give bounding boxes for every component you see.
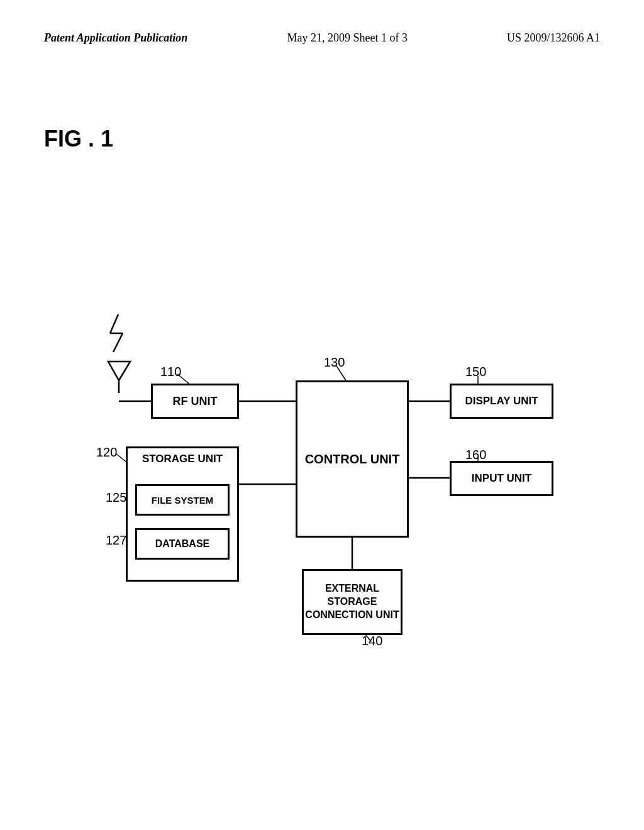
ref-160: 160	[465, 448, 486, 462]
database-box: DATABASE	[135, 528, 230, 560]
external-storage-box: EXTERNAL STORAGE CONNECTION UNIT	[302, 569, 402, 635]
rf-unit-box: RF UNIT	[151, 384, 239, 419]
patent-number-label: US 2009/132606 A1	[507, 31, 600, 45]
ref-110: 110	[160, 365, 181, 379]
ref-130: 130	[324, 355, 345, 370]
storage-unit-label: STORAGE UNIT	[131, 451, 234, 467]
page-header: Patent Application Publication May 21, 2…	[0, 0, 644, 45]
ref-150: 150	[465, 365, 486, 379]
ref-125: 125	[106, 490, 126, 505]
svg-marker-3	[108, 362, 130, 380]
ref-127: 127	[106, 533, 126, 548]
file-system-box: FILE SYSTEM	[135, 484, 230, 516]
svg-line-0	[110, 314, 118, 333]
control-unit-box: CONTROL UNIT	[296, 380, 409, 538]
figure-label: FIG . 1	[44, 126, 113, 152]
ref-140: 140	[362, 634, 382, 648]
date-sheet-label: May 21, 2009 Sheet 1 of 3	[287, 31, 407, 45]
input-unit-box: INPUT UNIT	[450, 461, 553, 496]
block-diagram: 110 130 150 120 125 127 160 140 RF UNIT …	[63, 308, 585, 698]
svg-line-2	[113, 333, 123, 352]
ref-120: 120	[96, 445, 117, 460]
display-unit-box: DISPLAY UNIT	[450, 384, 553, 419]
publication-label: Patent Application Publication	[44, 31, 187, 45]
